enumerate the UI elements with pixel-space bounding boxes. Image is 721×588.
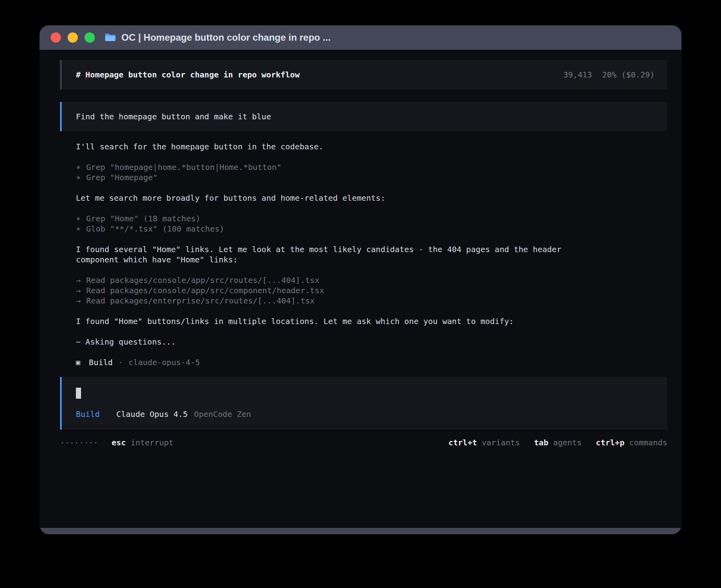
- window-bottom-edge: [40, 528, 681, 534]
- prompt-input[interactable]: Build Claude Opus 4.5 OpenCode Zen: [60, 377, 667, 430]
- hint-label: commands: [629, 437, 667, 448]
- hint-agents: tab agents: [534, 437, 581, 448]
- provider-name: OpenCode Zen: [194, 409, 251, 419]
- hint-interrupt: esc interrupt: [111, 437, 174, 448]
- agent-status: ▣ Build · claude-opus-4-5: [76, 357, 667, 368]
- tool-call: ∗ Grep "Home" (18 matches): [76, 213, 667, 224]
- model-name: Claude Opus 4.5: [116, 409, 188, 419]
- read-arrow-icon: →: [76, 285, 81, 296]
- file-read-text: Read packages/console/app/src/routes/[..…: [86, 275, 319, 285]
- session-header: # Homepage button color change in repo w…: [60, 60, 667, 89]
- hint-key: esc: [111, 437, 126, 448]
- agent-separator: ·: [118, 357, 123, 368]
- tool-call: ∗ Glob "**/*.tsx" (100 matches): [76, 224, 667, 234]
- hint-commands: ctrl+p commands: [596, 437, 667, 448]
- terminal-window: OC | Homepage button color change in rep…: [40, 25, 681, 534]
- hint-label: agents: [553, 437, 581, 448]
- user-message: Find the homepage button and make it blu…: [60, 102, 667, 131]
- hint-variants: ctrl+t variants: [448, 437, 520, 448]
- asking-status: ~ Asking questions...: [76, 337, 562, 347]
- agent-model: claude-opus-4-5: [128, 357, 200, 368]
- token-count: 39,413: [563, 70, 592, 80]
- tool-call-text: Grep "homepage|home.*button|Home.*button…: [86, 162, 281, 172]
- assistant-message-candidates: I found several "Home" links. Let me loo…: [76, 244, 562, 265]
- hint-group-right: ctrl+t variants tab agents ctrl+p comman…: [448, 437, 667, 448]
- file-read: → Read packages/console/app/src/componen…: [76, 285, 667, 296]
- tool-call-text: Grep "Home" (18 matches): [86, 213, 200, 224]
- status-bar: ········ esc interrupt ctrl+t variants t…: [60, 437, 667, 448]
- tool-bullet-icon: ∗: [76, 162, 81, 172]
- zoom-button[interactable]: [85, 32, 95, 43]
- input-line: [76, 387, 655, 399]
- tool-call-group: ∗ Grep "Home" (18 matches) ∗ Glob "**/*.…: [76, 213, 667, 234]
- window-title: OC | Homepage button color change in rep…: [121, 32, 330, 43]
- context-usage: 20% ($0.29): [602, 70, 655, 80]
- hint-label: interrupt: [130, 437, 173, 448]
- assistant-message-ask: I found "Home" buttons/links in multiple…: [76, 316, 562, 326]
- tool-call-group: ∗ Grep "homepage|home.*button|Home.*butt…: [76, 162, 667, 183]
- window-controls: [51, 32, 95, 43]
- session-title: # Homepage button color change in repo w…: [76, 70, 300, 80]
- assistant-message-broader: Let me search more broadly for buttons a…: [76, 193, 562, 203]
- file-read-text: Read packages/enterprise/src/routes/[...…: [86, 296, 315, 306]
- spinner-dots: ········: [60, 437, 98, 448]
- folder-icon: [104, 33, 116, 42]
- read-arrow-icon: →: [76, 275, 81, 285]
- input-meta: Build Claude Opus 4.5 OpenCode Zen: [76, 409, 655, 419]
- agent-square-icon: ▣: [76, 357, 80, 368]
- close-button[interactable]: [51, 32, 61, 43]
- tool-bullet-icon: ∗: [76, 172, 81, 183]
- minimize-button[interactable]: [68, 32, 78, 43]
- hint-key: ctrl+t: [448, 437, 477, 448]
- agent-name: Build: [89, 357, 113, 368]
- file-read-text: Read packages/console/app/src/component/…: [86, 285, 324, 296]
- hint-key: tab: [534, 437, 548, 448]
- window-title-group: OC | Homepage button color change in rep…: [104, 32, 330, 43]
- tool-call-text: Grep "Homepage": [86, 172, 158, 183]
- mode-indicator: Build: [76, 409, 100, 419]
- titlebar: OC | Homepage button color change in rep…: [40, 25, 681, 50]
- file-read: → Read packages/console/app/src/routes/[…: [76, 275, 667, 285]
- session-stats: 39,413 20% ($0.29): [563, 70, 655, 80]
- terminal-content: # Homepage button color change in repo w…: [40, 50, 681, 528]
- file-read-group: → Read packages/console/app/src/routes/[…: [76, 275, 667, 306]
- assistant-message-intro: I'll search for the homepage button in t…: [76, 141, 562, 152]
- read-arrow-icon: →: [76, 296, 81, 306]
- tool-bullet-icon: ∗: [76, 213, 81, 224]
- text-cursor: [76, 388, 81, 399]
- tool-call-text: Glob "**/*.tsx" (100 matches): [86, 224, 224, 234]
- hint-key: ctrl+p: [596, 437, 624, 448]
- tool-call: ∗ Grep "Homepage": [76, 172, 667, 183]
- file-read: → Read packages/enterprise/src/routes/[.…: [76, 296, 667, 306]
- tool-bullet-icon: ∗: [76, 224, 81, 234]
- user-message-text: Find the homepage button and make it blu…: [76, 112, 271, 121]
- hint-label: variants: [482, 437, 520, 448]
- tool-call: ∗ Grep "homepage|home.*button|Home.*butt…: [76, 162, 667, 172]
